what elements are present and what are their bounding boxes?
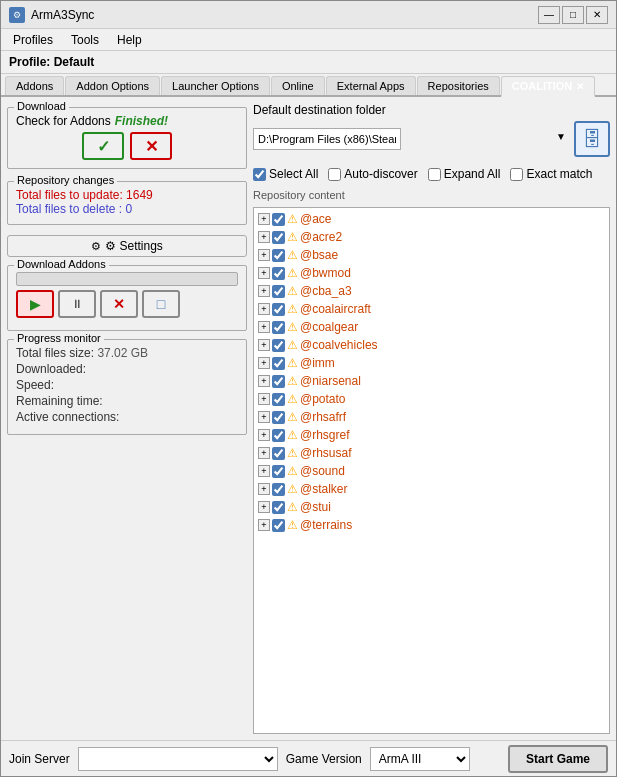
warning-icon: ⚠ bbox=[287, 356, 298, 370]
right-panel: Default destination folder ▼ 🗄 Select Al… bbox=[253, 103, 610, 734]
menu-bar: Profiles Tools Help bbox=[1, 29, 616, 51]
list-item: + ⚠ @rhsusaf bbox=[256, 444, 607, 462]
settings-button[interactable]: ⚙ ⚙ Settings bbox=[7, 235, 247, 257]
expand-niarsenal[interactable]: + bbox=[258, 375, 270, 387]
exact-match-checkbox[interactable] bbox=[510, 168, 523, 181]
checkbox-rhsgref[interactable] bbox=[272, 429, 285, 442]
expand-cba[interactable]: + bbox=[258, 285, 270, 297]
join-server-select[interactable] bbox=[78, 747, 278, 771]
warning-icon: ⚠ bbox=[287, 518, 298, 532]
checkbox-ace[interactable] bbox=[272, 213, 285, 226]
maximize-button[interactable]: □ bbox=[562, 6, 584, 24]
item-label: @cba_a3 bbox=[300, 284, 352, 298]
start-game-button[interactable]: Start Game bbox=[508, 745, 608, 773]
checkbox-bsae[interactable] bbox=[272, 249, 285, 262]
list-item: + ⚠ @coalvehicles bbox=[256, 336, 607, 354]
expand-bwmod[interactable]: + bbox=[258, 267, 270, 279]
auto-discover-checkbox[interactable] bbox=[328, 168, 341, 181]
warning-icon: ⚠ bbox=[287, 266, 298, 280]
downloaded-label: Downloaded: bbox=[16, 362, 86, 376]
pause-button[interactable]: ⏸ bbox=[58, 290, 96, 318]
expand-rhsgref[interactable]: + bbox=[258, 429, 270, 441]
tab-online[interactable]: Online bbox=[271, 76, 325, 95]
item-label: @terrains bbox=[300, 518, 352, 532]
checkbox-potato[interactable] bbox=[272, 393, 285, 406]
expand-potato[interactable]: + bbox=[258, 393, 270, 405]
list-item: + ⚠ @niarsenal bbox=[256, 372, 607, 390]
expand-coalvehicles[interactable]: + bbox=[258, 339, 270, 351]
tab-external-apps[interactable]: External Apps bbox=[326, 76, 416, 95]
checkbox-bwmod[interactable] bbox=[272, 267, 285, 280]
checkbox-stalker[interactable] bbox=[272, 483, 285, 496]
database-icon: 🗄 bbox=[582, 128, 602, 151]
square-button[interactable]: □ bbox=[142, 290, 180, 318]
download-group-title: Download bbox=[14, 100, 69, 112]
expand-acre2[interactable]: + bbox=[258, 231, 270, 243]
close-button[interactable]: ✕ bbox=[586, 6, 608, 24]
list-item: + ⚠ @stui bbox=[256, 498, 607, 516]
tab-addon-options[interactable]: Addon Options bbox=[65, 76, 160, 95]
tab-coalition[interactable]: COALITION ✕ bbox=[501, 76, 596, 97]
list-item: + ⚠ @rhsgref bbox=[256, 426, 607, 444]
tab-repositories[interactable]: Repositories bbox=[417, 76, 500, 95]
dest-folder-input[interactable] bbox=[253, 128, 401, 150]
tab-addons[interactable]: Addons bbox=[5, 76, 64, 95]
options-row: Select All Auto-discover Expand All Exac… bbox=[253, 167, 610, 181]
tab-coalition-close[interactable]: ✕ bbox=[576, 81, 584, 92]
menu-profiles[interactable]: Profiles bbox=[5, 31, 61, 49]
warning-icon: ⚠ bbox=[287, 428, 298, 442]
profile-bar: Profile: Default bbox=[1, 51, 616, 74]
menu-help[interactable]: Help bbox=[109, 31, 150, 49]
expand-sound[interactable]: + bbox=[258, 465, 270, 477]
download-btn-row: ✓ ✕ bbox=[16, 132, 238, 160]
checkbox-rhsusaf[interactable] bbox=[272, 447, 285, 460]
expand-coalaircraft[interactable]: + bbox=[258, 303, 270, 315]
checkbox-stui[interactable] bbox=[272, 501, 285, 514]
expand-all-checkbox[interactable] bbox=[428, 168, 441, 181]
warning-icon: ⚠ bbox=[287, 248, 298, 262]
confirm-button[interactable]: ✓ bbox=[82, 132, 124, 160]
warning-icon: ⚠ bbox=[287, 230, 298, 244]
active-connections-row: Active connections: bbox=[16, 410, 238, 424]
select-all-checkbox[interactable] bbox=[253, 168, 266, 181]
tabs-bar: Addons Addon Options Launcher Options On… bbox=[1, 74, 616, 97]
expand-rhsusaf[interactable]: + bbox=[258, 447, 270, 459]
play-button[interactable]: ▶ bbox=[16, 290, 54, 318]
checkbox-acre2[interactable] bbox=[272, 231, 285, 244]
item-label: @coalaircraft bbox=[300, 302, 371, 316]
controls-row: ▶ ⏸ ✕ □ bbox=[16, 290, 238, 318]
checkbox-coalaircraft[interactable] bbox=[272, 303, 285, 316]
expand-terrains[interactable]: + bbox=[258, 519, 270, 531]
expand-ace[interactable]: + bbox=[258, 213, 270, 225]
expand-imm[interactable]: + bbox=[258, 357, 270, 369]
download-progress-bar bbox=[16, 272, 238, 286]
repo-content-label: Repository content bbox=[253, 189, 610, 201]
checkbox-sound[interactable] bbox=[272, 465, 285, 478]
expand-coalgear[interactable]: + bbox=[258, 321, 270, 333]
gear-icon: ⚙ bbox=[91, 240, 101, 253]
stop-button[interactable]: ✕ bbox=[100, 290, 138, 318]
exact-match-label: Exact match bbox=[526, 167, 592, 181]
game-version-select[interactable]: ArmA III bbox=[370, 747, 470, 771]
item-label: @rhsgref bbox=[300, 428, 350, 442]
checkbox-coalvehicles[interactable] bbox=[272, 339, 285, 352]
checkbox-niarsenal[interactable] bbox=[272, 375, 285, 388]
warning-icon: ⚠ bbox=[287, 464, 298, 478]
item-label: @bwmod bbox=[300, 266, 351, 280]
expand-stui[interactable]: + bbox=[258, 501, 270, 513]
checkbox-coalgear[interactable] bbox=[272, 321, 285, 334]
expand-stalker[interactable]: + bbox=[258, 483, 270, 495]
tab-launcher-options[interactable]: Launcher Options bbox=[161, 76, 270, 95]
stop-icon: ✕ bbox=[113, 296, 125, 312]
checkbox-terrains[interactable] bbox=[272, 519, 285, 532]
folder-browse-button[interactable]: 🗄 bbox=[574, 121, 610, 157]
expand-bsae[interactable]: + bbox=[258, 249, 270, 261]
checkbox-rhsafrf[interactable] bbox=[272, 411, 285, 424]
auto-discover-label: Auto-discover bbox=[344, 167, 417, 181]
expand-rhsafrf[interactable]: + bbox=[258, 411, 270, 423]
checkbox-cba[interactable] bbox=[272, 285, 285, 298]
checkbox-imm[interactable] bbox=[272, 357, 285, 370]
menu-tools[interactable]: Tools bbox=[63, 31, 107, 49]
cancel-button[interactable]: ✕ bbox=[130, 132, 172, 160]
minimize-button[interactable]: — bbox=[538, 6, 560, 24]
